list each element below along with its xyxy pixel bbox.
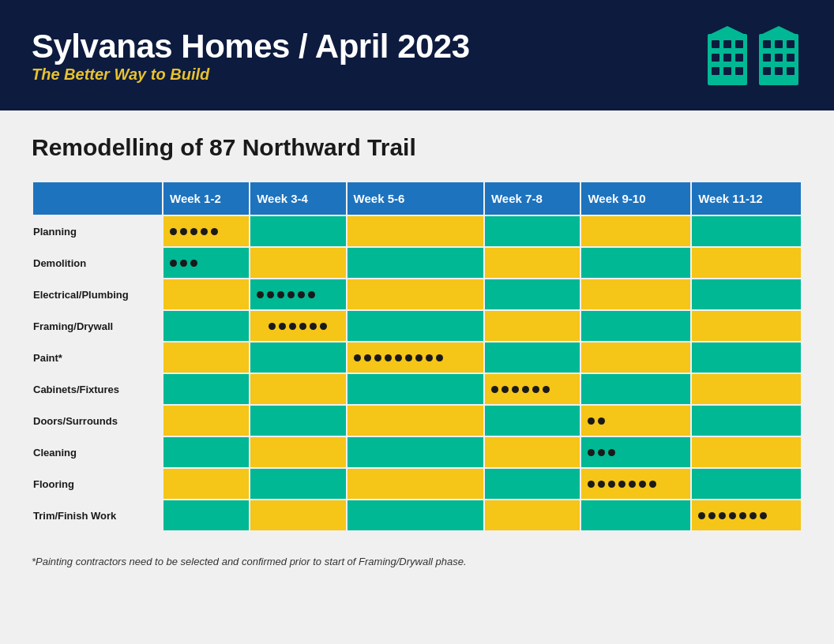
table-row: Electrical/Plumbing (32, 279, 802, 310)
task-label: Framing/Drywall (32, 310, 163, 342)
dot-indicator (267, 291, 274, 298)
dot-indicator (698, 512, 705, 519)
table-header-row: Week 1-2 Week 3-4 Week 5-6 Week 7-8 Week… (32, 182, 802, 215)
svg-rect-9 (735, 67, 743, 75)
schedule-cell (163, 247, 250, 279)
dot-indicator (308, 291, 315, 298)
dot-indicator (588, 449, 595, 456)
schedule-cell (580, 468, 691, 500)
dot-indicator (298, 291, 305, 298)
dot-indicator (170, 228, 177, 235)
dot-indicator (588, 417, 595, 425)
dot-indicator (180, 260, 187, 267)
dot-indicator (512, 386, 519, 393)
dot-indicator (502, 386, 509, 393)
dot-indicator (180, 228, 187, 235)
svg-rect-5 (723, 54, 731, 62)
col-header-week3-4: Week 3-4 (250, 182, 346, 215)
svg-rect-4 (712, 54, 719, 62)
schedule-cell (691, 310, 802, 342)
table-row: Planning (32, 215, 802, 247)
table-row: Flooring (32, 468, 802, 500)
svg-marker-10 (708, 26, 747, 36)
dot-indicator (426, 354, 433, 361)
svg-rect-14 (787, 40, 795, 48)
schedule-cell (347, 310, 484, 342)
schedule-cell (347, 436, 484, 468)
schedule-cell (580, 373, 691, 405)
schedule-cell (580, 279, 691, 310)
col-header-week11-12: Week 11-12 (691, 182, 802, 215)
page-title: Sylvanas Homes / April 2023 (32, 28, 470, 66)
schedule-cell (484, 500, 580, 531)
schedule-cell (347, 373, 484, 405)
dot-indicator (320, 323, 327, 330)
schedule-cell (580, 215, 691, 247)
schedule-cell (347, 215, 484, 247)
schedule-cell (163, 500, 250, 531)
dot-indicator (522, 386, 529, 393)
task-label: Electrical/Plumbing (32, 279, 163, 310)
task-label: Planning (32, 215, 163, 247)
dot-indicator (608, 449, 615, 456)
table-row: Cleaning (32, 436, 802, 468)
dot-indicator (354, 354, 361, 361)
dot-indicator (491, 386, 498, 393)
svg-rect-2 (723, 40, 731, 48)
dot-indicator (598, 449, 605, 456)
task-label: Flooring (32, 468, 163, 500)
svg-rect-8 (723, 67, 731, 75)
svg-rect-20 (787, 67, 795, 75)
schedule-cell (250, 342, 346, 373)
schedule-cell (347, 500, 484, 531)
schedule-table: Week 1-2 Week 3-4 Week 5-6 Week 7-8 Week… (32, 181, 802, 532)
dot-indicator (760, 512, 767, 519)
schedule-cell (580, 500, 691, 531)
col-header-week5-6: Week 5-6 (347, 182, 484, 215)
table-row: Paint* (32, 342, 802, 373)
dot-indicator (749, 512, 757, 519)
schedule-cell (250, 500, 346, 531)
project-title: Remodelling of 87 Northward Trail (32, 134, 802, 161)
dot-indicator (279, 323, 286, 330)
schedule-cell (484, 247, 580, 279)
svg-marker-21 (759, 26, 798, 36)
dot-indicator (598, 417, 605, 425)
footnote: *Painting contractors need to be selecte… (32, 556, 802, 567)
logo-area (708, 26, 802, 85)
schedule-cell (250, 405, 346, 436)
dot-indicator (310, 323, 317, 330)
dot-indicator (405, 354, 412, 361)
page-subtitle: The Better Way to Build (32, 66, 470, 84)
dot-indicator (639, 481, 646, 488)
dot-indicator (415, 354, 423, 361)
schedule-cell (163, 310, 250, 342)
dot-indicator (739, 512, 746, 519)
schedule-cell (347, 468, 484, 500)
schedule-cell (484, 342, 580, 373)
schedule-cell (484, 405, 580, 436)
col-header-week1-2: Week 1-2 (163, 182, 250, 215)
task-label: Paint* (32, 342, 163, 373)
dot-indicator (588, 481, 595, 488)
schedule-cell (484, 468, 580, 500)
schedule-cell (250, 468, 346, 500)
svg-rect-12 (763, 40, 771, 48)
dot-indicator (190, 260, 197, 267)
dot-indicator (719, 512, 726, 519)
schedule-cell (691, 342, 802, 373)
schedule-cell (484, 310, 580, 342)
schedule-cell (580, 436, 691, 468)
dot-indicator (649, 481, 656, 488)
main-content: Remodelling of 87 Northward Trail Week 1… (0, 110, 834, 591)
svg-rect-3 (735, 40, 743, 48)
schedule-cell (691, 468, 802, 500)
svg-rect-13 (775, 40, 783, 48)
schedule-cell (484, 436, 580, 468)
schedule-cell (580, 342, 691, 373)
page-header: Sylvanas Homes / April 2023 The Better W… (0, 0, 834, 110)
schedule-cell (691, 500, 802, 531)
schedule-cell (691, 373, 802, 405)
svg-rect-19 (775, 67, 783, 75)
schedule-cell (250, 310, 346, 342)
